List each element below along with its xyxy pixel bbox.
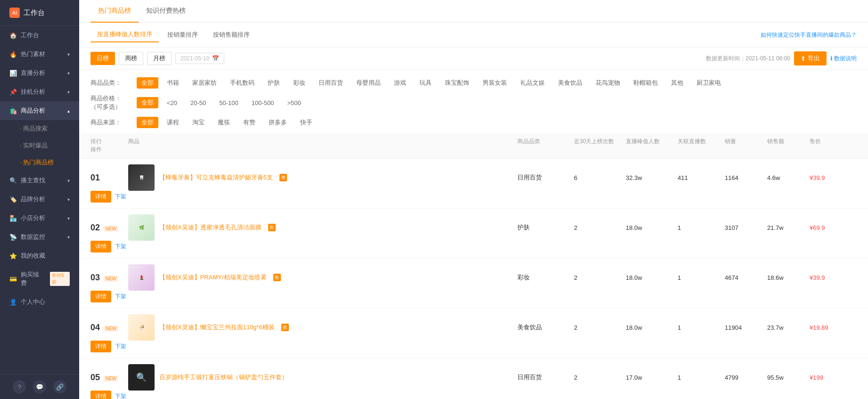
product-cell: 🦷 【蜂毒牙膏】可立克蜂毒焱清护龈牙膏5支 图	[128, 164, 517, 191]
product-tag-icon: 图	[273, 274, 281, 281]
detail-button[interactable]: 详情	[90, 241, 111, 252]
sidebar-item-shop-analysis[interactable]: 🏪 小店分析 ▾	[0, 209, 79, 228]
category-filter-toys[interactable]: 玩具	[415, 77, 436, 89]
download-link[interactable]: 下架	[115, 293, 126, 301]
chat-icon-btn[interactable]: 💬	[33, 380, 46, 393]
date-input[interactable]: 2021-05-10 📅	[175, 53, 224, 64]
product-name-link[interactable]: 【领创X吴迪】PRAMY/柏瑞美定妆喷雾	[159, 273, 267, 282]
period-weekly-btn[interactable]: 周榜	[119, 52, 143, 65]
sidebar-item-hot-material[interactable]: 🔥 热门素材 ▾	[0, 45, 79, 64]
product-tag-icon: 图	[281, 324, 289, 331]
sidebar-sub-hot-product-list[interactable]: · 热门商品榜	[0, 154, 79, 171]
source-filter-all[interactable]: 全部	[137, 117, 158, 128]
category-filter-skincare[interactable]: 护肤	[263, 77, 285, 89]
download-link[interactable]: 下架	[115, 342, 126, 350]
sidebar-item-product-analysis[interactable]: 🛍️ 商品分析 ▴	[0, 101, 79, 120]
sidebar-item-anchor-search[interactable]: 🔍 播主查找 ▾	[0, 171, 79, 190]
product-image: 🌿	[128, 214, 155, 241]
category-filter-food[interactable]: 美食饮品	[553, 77, 587, 89]
live-analysis-icon: 📊	[9, 70, 17, 77]
sidebar-sub-realtime-hot[interactable]: · 实时爆品	[0, 137, 79, 154]
table-row: 04 NEW 🍜 【领创X灵迪】懒宝宝兰州拉面110g*6桶装 图 美食饮品 2…	[79, 309, 868, 358]
category-filter-clothing[interactable]: 男装女装	[478, 77, 512, 89]
category-filter-baby[interactable]: 母婴用品	[352, 77, 385, 89]
sidebar-item-brand-analysis[interactable]: 🏷️ 品牌分析 ▾	[0, 190, 79, 209]
detail-button[interactable]: 详情	[90, 391, 111, 399]
sidebar-item-buy-service[interactable]: 💳 购买续费 年付6折	[0, 265, 79, 293]
detail-button[interactable]: 详情	[90, 291, 111, 302]
top30-cell: 2	[574, 374, 626, 381]
category-filter-appliance[interactable]: 厨卫家电	[692, 77, 726, 89]
category-filter-daily[interactable]: 日用百货	[314, 77, 348, 89]
product-name-link[interactable]: 百岁源纯手工锻打童压铁锅（锅铲盖勺五件套）	[159, 373, 288, 382]
detail-button[interactable]: 详情	[90, 341, 111, 352]
brand-analysis-icon: 🏷️	[9, 196, 17, 203]
category-filter-shoes[interactable]: 鞋帽箱包	[629, 77, 663, 89]
help-icon-btn[interactable]: ?	[13, 380, 26, 393]
export-button[interactable]: ⬆ 导出	[794, 51, 827, 65]
col-product: 商品	[128, 138, 517, 146]
sidebar-item-label: 品牌分析	[21, 195, 45, 204]
category-filter-jewelry[interactable]: 珠宝配饰	[440, 77, 474, 89]
price-filter-lt20[interactable]: <20	[162, 98, 182, 108]
action-cell: 详情 下架	[90, 341, 128, 352]
new-badge: NEW	[104, 375, 118, 382]
sidebar-item-collection[interactable]: ⭐ 我的收藏	[0, 246, 79, 265]
download-link[interactable]: 下架	[115, 193, 126, 201]
download-link[interactable]: 下架	[115, 392, 126, 399]
period-daily-btn[interactable]: 日榜	[90, 52, 115, 65]
chevron-icon: ▾	[67, 71, 70, 76]
link-icon-btn[interactable]: 🔗	[53, 380, 66, 393]
category-filter-phone[interactable]: 手机数码	[225, 77, 259, 89]
data-desc-link[interactable]: ℹ 数据说明	[830, 55, 857, 63]
category-filter-gifts[interactable]: 礼品文娱	[516, 77, 549, 89]
source-filter-course[interactable]: 课程	[162, 117, 184, 128]
sort-tab-sales-amount[interactable]: 按销售额排序	[206, 28, 256, 42]
category-filter-game[interactable]: 游戏	[389, 77, 411, 89]
category-filter-pets[interactable]: 花鸟宠物	[591, 77, 625, 89]
detail-button[interactable]: 详情	[90, 191, 111, 203]
source-filter-kuaishou[interactable]: 快手	[295, 117, 317, 128]
price-filter-20-50[interactable]: 20-50	[186, 98, 211, 108]
shop-analysis-icon: 🏪	[9, 215, 17, 222]
filter-row-source: 商品来源： 全部 课程 淘宝 魔筷 有赞 拼多多 快手	[90, 114, 857, 131]
sidebar-item-workbench[interactable]: 🏠 工作台	[0, 26, 79, 45]
chevron-icon: ▴	[67, 108, 70, 114]
top-tabs: 热门商品榜 知识付费热榜	[79, 0, 868, 23]
tab-hot-product[interactable]: 热门商品榜	[90, 0, 139, 23]
price-filter-50-100[interactable]: 50-100	[214, 98, 243, 108]
download-link[interactable]: 下架	[115, 243, 126, 251]
data-monitor-icon: 📡	[9, 234, 17, 241]
sort-hint[interactable]: 如何快速定位快手直播间的爆款商品？	[761, 31, 857, 39]
rank-cell: 01	[90, 173, 128, 183]
sort-tab-sales-count[interactable]: 按销量排序	[161, 28, 205, 42]
category-cell: 彩妆	[517, 273, 574, 282]
period-monthly-btn[interactable]: 月榜	[147, 52, 172, 65]
sidebar-item-personal-center[interactable]: 👤 个人中心	[0, 293, 79, 311]
price-filter-all[interactable]: 全部	[137, 97, 158, 108]
category-filter-books[interactable]: 书籍	[162, 77, 184, 89]
rank-cell: 05 NEW	[90, 373, 128, 383]
source-filter-taobao[interactable]: 淘宝	[188, 117, 209, 128]
source-filter-mokuan[interactable]: 魔筷	[213, 117, 235, 128]
category-filter-home[interactable]: 家居家纺	[188, 77, 221, 89]
source-filter-youzan[interactable]: 有赞	[238, 117, 260, 128]
sidebar-item-live-analysis[interactable]: 📊 直播分析 ▾	[0, 64, 79, 82]
price-filter-100-500[interactable]: 100-500	[247, 98, 279, 108]
price-filter-gt500[interactable]: >500	[283, 98, 306, 108]
sort-tab-live-peak[interactable]: 按直播峰值人数排序	[90, 27, 159, 42]
category-filter-all[interactable]: 全部	[137, 77, 158, 89]
sidebar-sub-product-search[interactable]: · 商品搜索	[0, 120, 79, 137]
product-name-link[interactable]: 【领创X吴迪】透蜜净透毛孔清洁面膜	[159, 223, 262, 232]
tab-knowledge-pay[interactable]: 知识付费热榜	[139, 0, 193, 23]
data-desc-label: 数据说明	[834, 55, 857, 63]
category-filter-makeup[interactable]: 彩妆	[288, 77, 310, 89]
sidebar-item-data-monitor[interactable]: 📡 数据监控 ▾	[0, 228, 79, 246]
product-name-link[interactable]: 【蜂毒牙膏】可立克蜂毒焱清护龈牙膏5支	[159, 173, 273, 182]
price-cell: ¥19.89	[810, 324, 857, 331]
toolbar-row: 日榜 周榜 月榜 2021-05-10 📅 数据更新时间：2021-05-11 …	[79, 48, 868, 70]
product-name-link[interactable]: 【领创X灵迪】懒宝宝兰州拉面110g*6桶装	[159, 323, 275, 332]
sidebar-item-hang-analysis[interactable]: 📌 挂机分析 ▾	[0, 82, 79, 101]
source-filter-pinduoduo[interactable]: 拼多多	[264, 117, 292, 128]
category-filter-other[interactable]: 其他	[666, 77, 688, 89]
